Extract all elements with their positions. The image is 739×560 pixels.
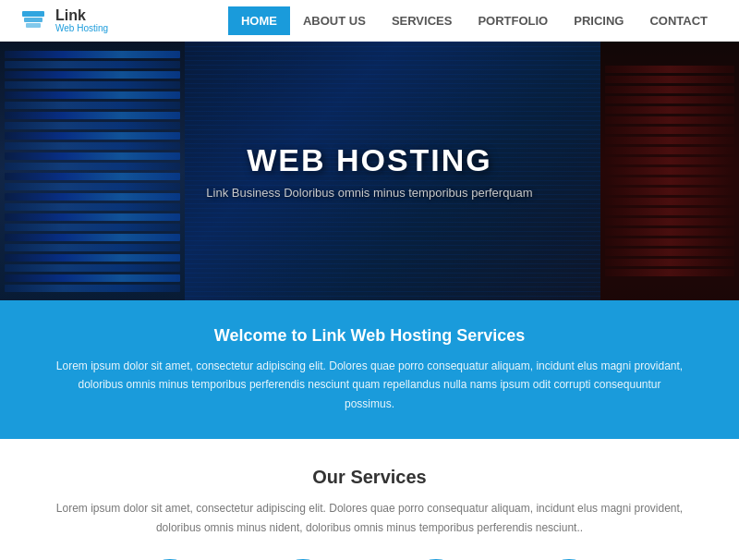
nav-contact[interactable]: CONTACT (636, 6, 721, 35)
blue-section: Welcome to Link Web Hosting Services Lor… (0, 300, 739, 439)
services-section: Our Services Lorem ipsum dolor sit amet,… (0, 439, 739, 560)
hero-content: WEB HOSTING Link Business Doloribus omni… (0, 42, 739, 300)
logo-subtext: Web Hosting (55, 23, 108, 33)
svg-rect-0 (22, 11, 44, 17)
hero-section: WEB HOSTING Link Business Doloribus omni… (0, 42, 739, 300)
hero-subtitle: Link Business Doloribus omnis minus temp… (206, 186, 532, 200)
svg-rect-2 (26, 23, 41, 28)
logo-icon (18, 6, 48, 35)
logo-text: Link Web Hosting (55, 7, 108, 34)
logo-name: Link (55, 7, 108, 24)
blue-heading: Welcome to Link Web Hosting Services (55, 326, 684, 346)
header: Link Web Hosting HOME ABOUT US SERVICES … (0, 0, 739, 42)
svg-rect-1 (24, 18, 42, 22)
blue-body: Lorem ipsum dolor sit amet, consectetur … (55, 357, 684, 413)
nav-home[interactable]: HOME (228, 6, 290, 35)
nav-portfolio[interactable]: PORTFOLIO (465, 6, 561, 35)
services-heading: Our Services (37, 467, 702, 488)
main-nav: HOME ABOUT US SERVICES PORTFOLIO PRICING… (228, 6, 721, 35)
hero-title: WEB HOSTING (247, 142, 492, 178)
services-body: Lorem ipsum dolor sit amet, consectetur … (55, 499, 684, 537)
nav-pricing[interactable]: PRICING (561, 6, 636, 35)
nav-about[interactable]: ABOUT US (290, 6, 379, 35)
nav-services[interactable]: SERVICES (379, 6, 466, 35)
logo: Link Web Hosting (18, 6, 108, 35)
